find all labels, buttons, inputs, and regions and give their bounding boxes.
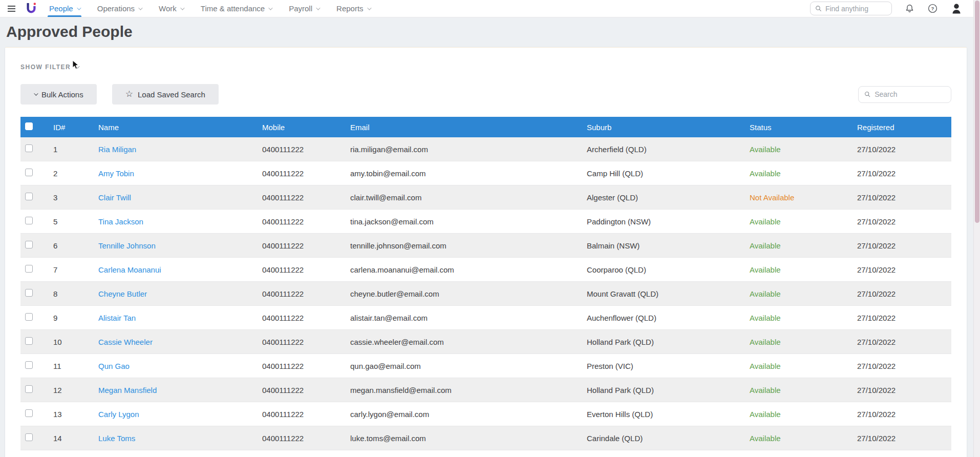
vertical-scrollbar[interactable] (973, 0, 980, 457)
row-checkbox[interactable] (25, 289, 33, 297)
person-name-link[interactable]: Alistair Tan (98, 314, 136, 322)
person-icon (950, 3, 963, 15)
table-row[interactable]: 12 Megan Mansfield 0400111222 megan.mans… (20, 378, 951, 402)
table-row[interactable]: 9 Alistair Tan 0400111222 alistair.tan@e… (20, 306, 951, 330)
table-row[interactable]: 7 Carlena Moananui 0400111222 carlena.mo… (20, 258, 951, 282)
person-name-link[interactable]: Megan Mansfield (98, 386, 157, 394)
nav-item-work[interactable]: Work (159, 0, 183, 17)
column-header-suburb[interactable]: Suburb (579, 123, 741, 132)
row-checkbox[interactable] (25, 144, 33, 152)
table-search-input[interactable] (875, 90, 945, 98)
person-name-link[interactable]: Clair Twill (98, 193, 131, 202)
nav-item-label: Time & attendance (201, 4, 265, 13)
person-name-link[interactable]: Tina Jackson (98, 217, 143, 226)
cell-email: luke.toms@email.com (342, 434, 579, 443)
status-badge: Available (741, 434, 849, 443)
person-name-link[interactable]: Ria Miligan (98, 145, 136, 154)
cell-id: 5 (45, 217, 90, 226)
cell-registered: 27/10/2022 (849, 434, 951, 443)
row-checkbox[interactable] (25, 361, 33, 369)
cell-id: 1 (45, 145, 90, 154)
cell-id: 8 (45, 289, 90, 298)
person-name-link[interactable]: Amy Tobin (98, 169, 134, 178)
cell-id: 11 (45, 362, 90, 370)
table-row[interactable]: 13 Carly Lygon 0400111222 carly.lygon@em… (20, 402, 951, 426)
column-header-email[interactable]: Email (342, 123, 579, 132)
table-header-row: ID# Name Mobile Email Suburb Status Regi… (20, 117, 951, 137)
cell-mobile: 0400111222 (254, 434, 342, 443)
show-filter-toggle[interactable]: SHOW FILTER (20, 64, 78, 71)
help-button[interactable]: ? (927, 3, 938, 14)
cell-mobile: 0400111222 (254, 145, 342, 154)
nav-item-payroll[interactable]: Payroll (289, 0, 319, 17)
cell-email: amy.tobin@email.com (342, 169, 579, 178)
cell-id: 10 (45, 338, 90, 346)
chevron-down-icon (180, 6, 184, 10)
row-checkbox[interactable] (25, 433, 33, 441)
table-row[interactable]: 6 Tennille Johnson 0400111222 tennille.j… (20, 234, 951, 258)
column-header-status[interactable]: Status (741, 123, 849, 132)
global-search[interactable] (810, 2, 892, 15)
row-checkbox[interactable] (25, 241, 33, 248)
person-name-link[interactable]: Qun Gao (98, 362, 130, 370)
row-checkbox[interactable] (25, 337, 33, 345)
table-row[interactable]: 10 Cassie Wheeler 0400111222 cassie.whee… (20, 330, 951, 354)
user-avatar[interactable] (950, 3, 963, 15)
cell-id: 7 (45, 265, 90, 274)
cell-id: 14 (45, 434, 90, 443)
cell-id: 6 (45, 241, 90, 250)
row-checkbox[interactable] (25, 385, 33, 393)
app-logo[interactable] (26, 2, 37, 15)
logo-red-dot (34, 3, 36, 5)
column-header-name[interactable]: Name (90, 123, 254, 132)
table-row[interactable]: 1 Ria Miligan 0400111222 ria.miligan@ema… (20, 137, 951, 161)
table-row[interactable]: 8 Cheyne Butler 0400111222 cheyne.butler… (20, 282, 951, 306)
table-row[interactable]: 5 Tina Jackson 0400111222 tina.jackson@e… (20, 210, 951, 234)
nav-item-label: Reports (336, 4, 364, 13)
person-name-link[interactable]: Cassie Wheeler (98, 338, 153, 346)
scrollbar-thumb[interactable] (975, 1, 979, 223)
status-badge: Not Available (741, 193, 849, 202)
row-checkbox[interactable] (25, 217, 33, 224)
nav-item-operations[interactable]: Operations (97, 0, 141, 17)
cell-mobile: 0400111222 (254, 410, 342, 419)
notifications-button[interactable] (904, 3, 915, 14)
bulk-actions-button[interactable]: Bulk Actions (20, 84, 97, 105)
table-row[interactable]: 3 Clair Twill 0400111222 clair.twill@ema… (20, 185, 951, 210)
table-row[interactable]: 14 Luke Toms 0400111222 luke.toms@email.… (20, 426, 951, 450)
global-search-input[interactable] (825, 5, 887, 13)
row-checkbox[interactable] (25, 265, 33, 273)
hamburger-menu-icon[interactable] (5, 2, 18, 15)
status-badge: Available (741, 169, 849, 178)
cell-suburb: Camp Hill (QLD) (579, 169, 741, 178)
person-name-link[interactable]: Luke Toms (98, 434, 135, 443)
chevron-down-icon (77, 6, 81, 10)
select-all-checkbox[interactable] (25, 122, 33, 130)
row-checkbox[interactable] (25, 409, 33, 417)
row-checkbox[interactable] (25, 313, 33, 321)
table-row[interactable]: 2 Amy Tobin 0400111222 amy.tobin@email.c… (20, 161, 951, 185)
person-name-link[interactable]: Carlena Moananui (98, 265, 161, 274)
person-name-link[interactable]: Cheyne Butler (98, 289, 147, 298)
nav-item-time-attendance[interactable]: Time & attendance (201, 0, 271, 17)
load-saved-search-button[interactable]: ☆ Load Saved Search (112, 84, 219, 105)
column-header-mobile[interactable]: Mobile (254, 123, 342, 132)
row-checkbox[interactable] (25, 193, 33, 200)
cell-registered: 27/10/2022 (849, 289, 951, 298)
cell-mobile: 0400111222 (254, 362, 342, 370)
table-row[interactable]: 11 Qun Gao 0400111222 qun.gao@email.com … (20, 354, 951, 378)
cell-suburb: Algester (QLD) (579, 193, 741, 202)
column-header-registered[interactable]: Registered (849, 123, 951, 132)
cell-email: qun.gao@email.com (342, 362, 579, 370)
cell-email: carly.lygon@email.com (342, 410, 579, 419)
cell-email: carlena.moananui@email.com (342, 265, 579, 274)
column-header-id[interactable]: ID# (45, 123, 90, 132)
nav-item-reports[interactable]: Reports (336, 0, 370, 17)
table-search[interactable] (858, 86, 951, 103)
status-badge: Available (741, 241, 849, 250)
cell-id: 13 (45, 410, 90, 419)
person-name-link[interactable]: Tennille Johnson (98, 241, 156, 250)
nav-item-people[interactable]: People (49, 0, 80, 17)
row-checkbox[interactable] (25, 169, 33, 176)
person-name-link[interactable]: Carly Lygon (98, 410, 139, 419)
